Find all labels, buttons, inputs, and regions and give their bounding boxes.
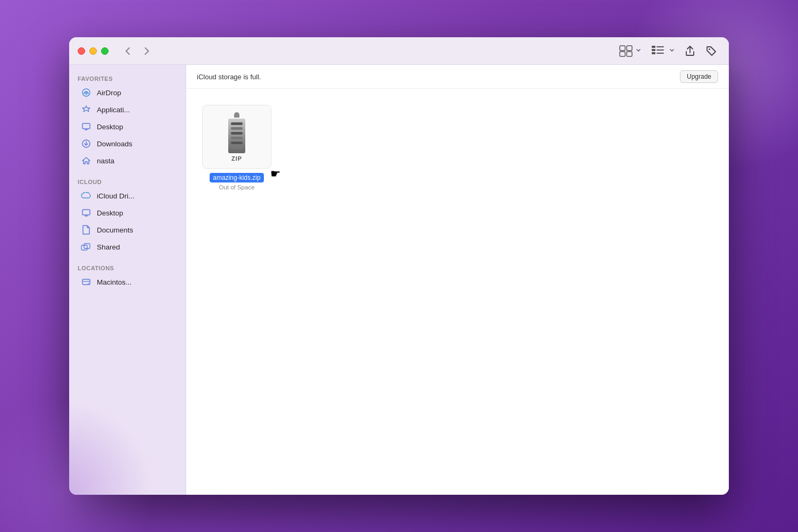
- svg-rect-0: [620, 46, 625, 51]
- zip-type-label: ZIP: [231, 155, 242, 162]
- storage-message: iCloud storage is full.: [197, 73, 261, 81]
- sidebar-item-shared[interactable]: Shared: [72, 238, 182, 255]
- cursor-icon: ☛: [270, 167, 281, 181]
- svg-rect-6: [652, 52, 655, 54]
- storage-banner: iCloud storage is full. Upgrade: [186, 65, 729, 89]
- svg-point-19: [88, 283, 89, 284]
- sidebar: Favorites AirDrop: [69, 65, 186, 495]
- nav-buttons: [119, 43, 155, 60]
- content-area: iCloud storage is full. Upgrade: [186, 65, 729, 495]
- sidebar-item-airdrop[interactable]: AirDrop: [72, 84, 182, 101]
- svg-rect-2: [620, 52, 625, 56]
- sidebar-item-icloud-drive[interactable]: iCloud Dri...: [72, 187, 182, 204]
- file-icon: ZIP: [202, 105, 271, 169]
- file-name: amazing-kids.zip: [210, 173, 263, 182]
- svg-rect-8: [656, 49, 664, 51]
- desktop-icon: [81, 121, 92, 132]
- svg-rect-7: [656, 46, 664, 47]
- shared-label: Shared: [97, 243, 120, 251]
- sidebar-item-icloud-desktop[interactable]: Desktop: [72, 204, 182, 221]
- view-grid-button[interactable]: [616, 42, 645, 60]
- svg-rect-4: [652, 46, 655, 48]
- svg-rect-18: [82, 279, 90, 285]
- sidebar-item-desktop[interactable]: Desktop: [72, 118, 182, 135]
- icloud-drive-label: iCloud Dri...: [97, 192, 135, 200]
- view-options-button[interactable]: [648, 42, 678, 60]
- file-subtitle: Out of Space: [219, 184, 254, 190]
- tags-button[interactable]: [702, 42, 720, 60]
- svg-rect-9: [656, 53, 664, 54]
- forward-button[interactable]: [138, 43, 155, 60]
- macintosh-hd-label: Macintos...: [97, 278, 131, 286]
- icloud-section-label: iCloud: [69, 174, 186, 187]
- share-button[interactable]: [681, 42, 699, 60]
- close-button[interactable]: [78, 47, 85, 55]
- minimize-button[interactable]: [89, 47, 97, 55]
- svg-point-10: [709, 48, 710, 50]
- back-button[interactable]: [119, 43, 136, 60]
- svg-rect-1: [627, 46, 632, 51]
- documents-label: Documents: [97, 226, 133, 234]
- traffic-lights: [78, 47, 109, 55]
- airdrop-label: AirDrop: [97, 89, 121, 97]
- shared-icon: [81, 242, 92, 252]
- harddrive-icon: [81, 277, 92, 287]
- downloads-icon: [81, 138, 92, 149]
- airdrop-icon: [81, 87, 92, 98]
- svg-rect-15: [82, 210, 90, 215]
- desktop-label: Desktop: [97, 123, 123, 131]
- home-icon: [81, 155, 92, 166]
- locations-section-label: Locations: [69, 261, 186, 273]
- maximize-button[interactable]: [101, 47, 109, 55]
- svg-rect-13: [82, 123, 90, 129]
- sidebar-item-home[interactable]: nasta: [72, 152, 182, 169]
- svg-rect-3: [627, 52, 632, 56]
- downloads-label: Downloads: [97, 140, 132, 148]
- sidebar-item-downloads[interactable]: Downloads: [72, 135, 182, 152]
- applications-label: Applicati...: [97, 106, 130, 114]
- icloud-desktop-icon: [81, 207, 92, 218]
- main-area: Favorites AirDrop: [69, 65, 729, 495]
- icloud-desktop-label: Desktop: [97, 209, 123, 217]
- document-icon: [81, 225, 92, 235]
- favorites-section-label: Favorites: [69, 71, 186, 84]
- icloud-icon: [81, 190, 92, 201]
- upgrade-button[interactable]: Upgrade: [680, 70, 718, 83]
- applications-icon: [81, 104, 92, 115]
- file-item[interactable]: ZIP amazing-kids.zip Out of Space ☛: [202, 105, 271, 190]
- finder-window: Favorites AirDrop: [69, 37, 729, 495]
- file-area: ZIP amazing-kids.zip Out of Space ☛: [186, 89, 729, 495]
- home-label: nasta: [97, 157, 114, 165]
- svg-point-12: [86, 94, 87, 95]
- title-bar: [69, 37, 729, 65]
- svg-rect-5: [652, 49, 655, 51]
- sidebar-item-applications[interactable]: Applicati...: [72, 101, 182, 118]
- toolbar-right: [616, 42, 720, 60]
- sidebar-item-documents[interactable]: Documents: [72, 221, 182, 238]
- sidebar-item-macintosh-hd[interactable]: Macintos...: [72, 273, 182, 290]
